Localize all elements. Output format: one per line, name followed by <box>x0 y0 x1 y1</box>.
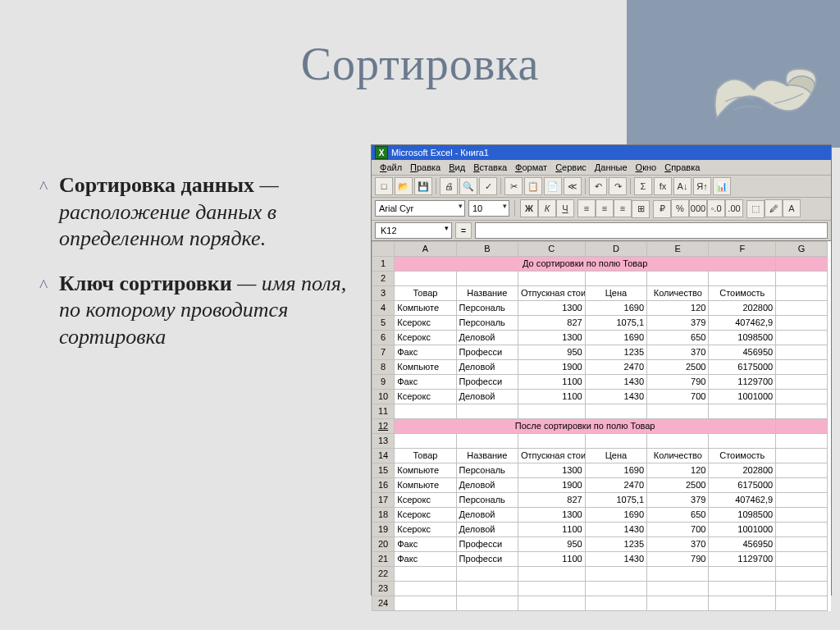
cell[interactable]: Цена <box>585 285 646 300</box>
cell[interactable]: 1690 <box>585 300 646 315</box>
cell[interactable]: 950 <box>518 345 586 359</box>
cell[interactable] <box>647 596 709 610</box>
tb-button[interactable]: 📋 <box>524 177 542 195</box>
cell[interactable]: 1300 <box>518 300 586 315</box>
cell[interactable]: 456950 <box>709 536 776 551</box>
tb-button[interactable]: ✓ <box>479 177 497 195</box>
fmt-button[interactable]: A <box>783 199 801 217</box>
cell[interactable]: 17 <box>372 492 395 507</box>
fmt-button[interactable]: 000 <box>689 199 707 217</box>
tb-button[interactable]: □ <box>375 177 393 195</box>
cell[interactable]: 7 <box>372 345 395 359</box>
cell[interactable] <box>647 433 709 448</box>
cell[interactable]: 1900 <box>518 477 586 492</box>
cell[interactable] <box>585 596 646 610</box>
cell[interactable]: 22 <box>372 566 395 581</box>
cell[interactable]: 407462,9 <box>709 315 776 330</box>
cell[interactable]: 1235 <box>585 536 646 551</box>
cell[interactable]: 1430 <box>585 522 646 536</box>
tb-button[interactable]: 📊 <box>713 177 731 195</box>
cell[interactable]: 24 <box>372 596 395 610</box>
tb-button[interactable]: Σ <box>634 177 652 195</box>
cell[interactable] <box>776 404 828 418</box>
font-name-select[interactable]: Arial Cyr <box>375 200 465 217</box>
cell[interactable]: 1075,1 <box>585 492 646 507</box>
cell[interactable]: Компьюте <box>395 477 456 492</box>
cell[interactable]: 11 <box>372 404 395 418</box>
cell[interactable]: 1075,1 <box>585 315 646 330</box>
cell[interactable] <box>776 271 828 285</box>
menu-Правка[interactable]: Правка <box>407 162 444 173</box>
cell[interactable]: 1430 <box>585 374 646 389</box>
cell[interactable]: Компьюте <box>395 463 456 477</box>
cell[interactable]: 5 <box>372 315 395 330</box>
cell[interactable]: 2500 <box>647 477 709 492</box>
cell[interactable]: 1129700 <box>709 551 776 566</box>
cell[interactable]: Отпускная стоимость <box>518 448 586 463</box>
tb-button[interactable]: ↶ <box>589 177 607 195</box>
fmt-button[interactable]: ⊞ <box>632 200 650 218</box>
cell[interactable]: Название <box>456 448 518 463</box>
cell[interactable] <box>585 271 646 285</box>
cell[interactable]: До сортировки по полю Товар <box>395 256 776 271</box>
cell[interactable] <box>518 404 586 418</box>
col-header[interactable]: C <box>518 241 586 256</box>
fmt-button[interactable]: ₽ <box>653 200 671 218</box>
cell[interactable]: 790 <box>647 551 709 566</box>
cell[interactable]: 1100 <box>518 389 586 404</box>
cell[interactable]: 379 <box>647 315 709 330</box>
fmt-button[interactable]: Ч <box>556 199 574 217</box>
cell[interactable]: Ксерокс <box>395 522 456 536</box>
cell[interactable]: 650 <box>647 507 709 522</box>
cell[interactable] <box>518 596 586 610</box>
cell[interactable]: Товар <box>395 285 456 300</box>
cell[interactable]: 1430 <box>585 389 646 404</box>
cell[interactable] <box>395 271 456 285</box>
cell[interactable] <box>395 433 456 448</box>
tb-button[interactable]: ✂ <box>504 177 523 195</box>
cell[interactable]: 700 <box>647 389 709 404</box>
tb-button[interactable]: 🖨 <box>440 177 458 195</box>
cell[interactable]: Персональ <box>456 300 518 315</box>
tb-button[interactable]: ≪ <box>564 177 582 195</box>
cell[interactable]: 950 <box>518 536 586 551</box>
cell[interactable] <box>395 566 456 581</box>
cell[interactable]: Стоимость <box>709 285 776 300</box>
cell[interactable] <box>709 404 776 418</box>
cell[interactable]: 120 <box>647 300 709 315</box>
cell[interactable] <box>776 418 828 433</box>
cell[interactable]: Компьюте <box>395 359 456 374</box>
cell[interactable] <box>776 389 828 404</box>
cell[interactable]: 13 <box>372 433 395 448</box>
cell[interactable]: Деловой <box>456 477 518 492</box>
cell[interactable] <box>456 433 518 448</box>
cell[interactable] <box>456 404 518 418</box>
cell[interactable]: 14 <box>372 448 395 463</box>
tb-button[interactable]: Я↑ <box>693 177 711 195</box>
cell[interactable] <box>395 581 456 596</box>
cell[interactable]: 120 <box>647 463 709 477</box>
tb-button[interactable]: A↓ <box>673 177 692 195</box>
cell[interactable] <box>776 256 828 271</box>
fmt-button[interactable]: % <box>671 199 689 217</box>
fmt-button[interactable]: Ж <box>520 199 538 217</box>
cell[interactable]: 370 <box>647 536 709 551</box>
cell[interactable]: Деловой <box>456 359 518 374</box>
cell[interactable]: Количество <box>647 285 709 300</box>
cell[interactable]: 1690 <box>585 330 646 345</box>
cell[interactable]: Деловой <box>456 330 518 345</box>
cell[interactable] <box>647 404 709 418</box>
col-header[interactable] <box>372 241 395 256</box>
cell[interactable]: 1300 <box>518 463 586 477</box>
cell[interactable]: 790 <box>647 374 709 389</box>
cell[interactable]: 2500 <box>647 359 709 374</box>
cell[interactable]: 20 <box>372 536 395 551</box>
tb-button[interactable]: 🔍 <box>459 177 477 195</box>
cell[interactable]: 3 <box>372 285 395 300</box>
cell[interactable]: 370 <box>647 345 709 359</box>
cell[interactable]: Отпускная стоимость <box>518 285 586 300</box>
cell[interactable] <box>647 271 709 285</box>
cell[interactable]: 1300 <box>518 330 586 345</box>
excel-menubar[interactable]: ФайлПравкаВидВставкаФорматСервисДанныеОк… <box>372 160 831 176</box>
cell[interactable]: 21 <box>372 551 395 566</box>
